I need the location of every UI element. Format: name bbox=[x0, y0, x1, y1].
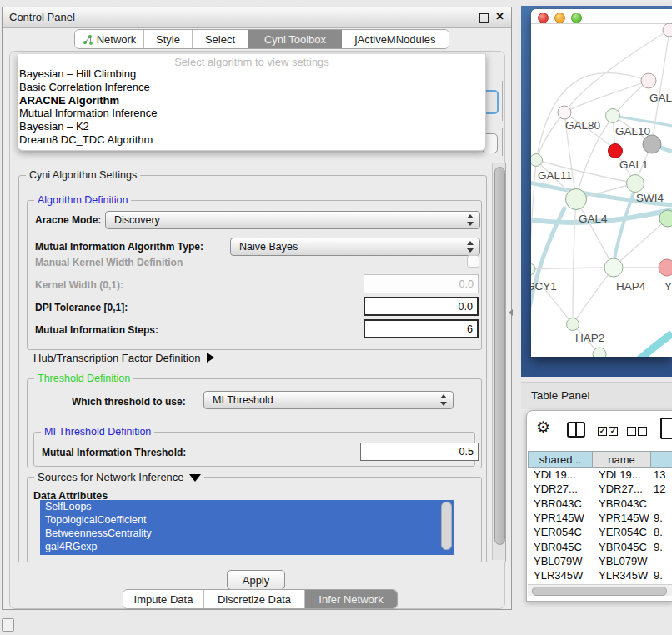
table-row[interactable]: YBR043CYBR043C bbox=[527, 497, 672, 511]
network-node[interactable] bbox=[558, 106, 571, 119]
table-row[interactable]: YBL079WYBL079W bbox=[527, 554, 672, 568]
algorithm-option[interactable]: Basic Correlation Inference bbox=[18, 81, 485, 94]
algorithm-option[interactable]: Bayesian – Hill Climbing bbox=[18, 68, 485, 81]
network-edge[interactable] bbox=[576, 199, 614, 268]
table-cell[interactable]: YDR27... bbox=[534, 482, 578, 495]
table-panel-titlebar[interactable]: Table Panel bbox=[521, 382, 672, 409]
network-node[interactable] bbox=[659, 259, 672, 276]
table-cell[interactable]: YBL079W bbox=[599, 555, 648, 568]
table-cell[interactable]: YER054C bbox=[599, 526, 647, 538]
table-horizontal-scrollbar[interactable] bbox=[528, 584, 672, 596]
table-cell[interactable]: 9. bbox=[654, 569, 663, 582]
table-cell[interactable]: YER054C bbox=[534, 526, 582, 538]
tab-impute-data[interactable]: Impute Data bbox=[123, 590, 204, 608]
float-window-icon[interactable] bbox=[479, 12, 489, 23]
tab-cyni-toolbox[interactable]: Cyni Toolbox bbox=[248, 30, 342, 48]
table-cell[interactable]: YBR043C bbox=[599, 498, 647, 510]
table-row[interactable]: YDR27...YDR27...12 bbox=[527, 482, 672, 496]
unchecked-checkbox-icon[interactable] bbox=[627, 427, 636, 436]
aracne-mode-select[interactable]: Discovery bbox=[105, 211, 480, 229]
network-node[interactable] bbox=[606, 109, 620, 123]
network-edge[interactable] bbox=[573, 268, 614, 324]
hub-tf-definition-toggle[interactable]: Hub/Transcription Factor Definition bbox=[33, 352, 214, 364]
table-cell[interactable]: 13 bbox=[654, 468, 665, 481]
tab-select[interactable]: Select bbox=[193, 30, 248, 48]
mi-algorithm-type-select[interactable]: Naive Bayes bbox=[230, 238, 480, 256]
network-node[interactable] bbox=[593, 348, 606, 357]
attribute-list-item-selected[interactable]: SelfLoops bbox=[40, 500, 454, 513]
table-cell[interactable]: YBR043C bbox=[534, 498, 582, 510]
table-cell[interactable]: YDR27... bbox=[599, 482, 643, 495]
table-cell[interactable]: YLR345W bbox=[599, 569, 648, 582]
list-scrollbar-thumb[interactable] bbox=[441, 502, 452, 550]
data-attributes-list[interactable]: SelfLoopsTopologicalCoefficientBetweenne… bbox=[40, 500, 454, 555]
mi-steps-field[interactable]: 6 bbox=[364, 319, 479, 338]
table-cell[interactable]: 12 bbox=[654, 482, 665, 495]
collapsed-panel-icon[interactable] bbox=[2, 618, 14, 632]
tab-style[interactable]: Style bbox=[144, 30, 193, 48]
algorithm-option[interactable]: Dream8 DC_TDC Algorithm bbox=[18, 133, 485, 147]
table-row[interactable]: YBR045CYBR045C9. bbox=[527, 540, 672, 554]
scrollbar-thumb[interactable] bbox=[532, 587, 667, 596]
which-threshold-select[interactable]: MI Threshold bbox=[203, 391, 454, 409]
network-node[interactable] bbox=[604, 258, 623, 277]
network-node[interactable] bbox=[627, 175, 644, 192]
algorithm-option[interactable]: Bayesian – K2 bbox=[18, 120, 485, 133]
network-view-window[interactable]: GALGAL80GAL10GAL1GAL11SWI4GAL4GCY1HAP4YH… bbox=[531, 9, 672, 357]
tab-jactivemnodules[interactable]: jActiveMNodules bbox=[342, 30, 449, 48]
network-node[interactable] bbox=[659, 210, 672, 227]
column-header-partial[interactable]: A bbox=[650, 451, 672, 468]
kernel-width-field[interactable]: 0.0 bbox=[364, 274, 479, 293]
table-cell[interactable]: YBR045C bbox=[599, 541, 647, 553]
network-node[interactable] bbox=[609, 144, 623, 158]
network-window-titlebar[interactable] bbox=[531, 9, 672, 24]
checked-checkbox-icon[interactable]: ✓ bbox=[598, 427, 607, 436]
column-header-name[interactable]: name bbox=[592, 451, 651, 468]
tab-discretize-data[interactable]: Discretize Data bbox=[204, 590, 305, 608]
checked-checkbox-icon[interactable]: ✓ bbox=[609, 427, 618, 436]
algorithm-option[interactable]: Mutual Information Inference bbox=[18, 107, 485, 120]
mac-minimize-button[interactable] bbox=[554, 12, 565, 23]
network-node[interactable] bbox=[643, 135, 661, 153]
table-cell[interactable]: YPR145W bbox=[599, 512, 649, 524]
network-node[interactable] bbox=[566, 189, 587, 210]
dpi-tolerance-field[interactable]: 0.0 bbox=[364, 297, 479, 316]
network-node[interactable] bbox=[641, 73, 656, 88]
network-edge[interactable] bbox=[536, 112, 564, 160]
unchecked-checkbox-icon[interactable] bbox=[638, 427, 647, 436]
tab-network[interactable]: Network bbox=[75, 30, 144, 48]
network-node[interactable] bbox=[663, 23, 672, 37]
column-layout-icon[interactable] bbox=[567, 422, 585, 438]
network-edge[interactable] bbox=[536, 72, 649, 160]
network-node[interactable] bbox=[531, 263, 535, 275]
document-icon[interactable] bbox=[660, 418, 672, 439]
table-cell[interactable]: YBR045C bbox=[534, 541, 582, 553]
table-row[interactable]: YDL19...YDL19...13 bbox=[527, 468, 672, 482]
network-edge[interactable] bbox=[652, 30, 669, 144]
table-cell[interactable]: 9. bbox=[654, 512, 663, 524]
table-row[interactable]: YER054CYER054C8. bbox=[527, 525, 672, 539]
network-canvas[interactable]: GALGAL80GAL10GAL1GAL11SWI4GAL4GCY1HAP4YH… bbox=[531, 23, 672, 357]
settings-vertical-scrollbar[interactable] bbox=[492, 163, 505, 560]
network-node[interactable] bbox=[567, 318, 579, 331]
table-cell[interactable]: YDL19... bbox=[534, 468, 576, 481]
mi-threshold-field[interactable]: 0.5 bbox=[360, 442, 479, 461]
sources-toggle[interactable]: Sources for Network Inference bbox=[34, 471, 204, 483]
table-cell[interactable]: YBL079W bbox=[534, 555, 583, 568]
panel-divider-handle[interactable] bbox=[509, 309, 513, 316]
network-edge[interactable] bbox=[621, 333, 672, 357]
gear-icon[interactable]: ⚙ bbox=[536, 419, 550, 435]
control-panel-titlebar[interactable]: Control Panel ✕ bbox=[3, 8, 511, 28]
table-cell[interactable]: YPR145W bbox=[534, 512, 584, 524]
table-cell[interactable]: 9. bbox=[654, 541, 663, 553]
mac-zoom-button[interactable] bbox=[571, 12, 582, 23]
network-edge[interactable] bbox=[531, 268, 614, 269]
attribute-list-item-selected[interactable]: BetweennessCentrality bbox=[40, 527, 454, 540]
table-cell[interactable]: YDL19... bbox=[599, 468, 641, 481]
table-cell[interactable]: YLR345W bbox=[534, 569, 583, 582]
column-header-shared-name[interactable]: shared... bbox=[528, 451, 593, 468]
mac-close-button[interactable] bbox=[538, 12, 549, 23]
close-icon[interactable]: ✕ bbox=[495, 10, 504, 22]
network-edge[interactable] bbox=[564, 81, 649, 112]
network-edge[interactable] bbox=[531, 160, 536, 269]
